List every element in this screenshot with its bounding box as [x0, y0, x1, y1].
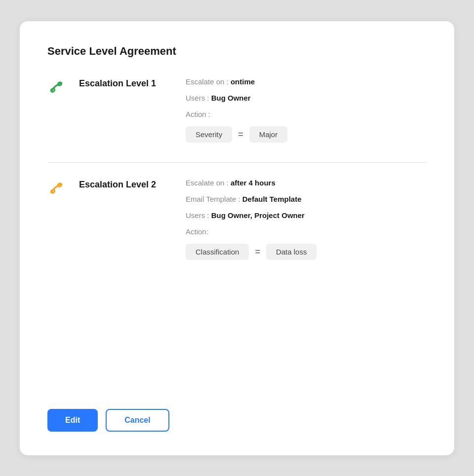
- escalation-level-2-icon: [47, 180, 67, 199]
- escalation-level-2-details: Escalate on : after 4 hours Email Templa…: [186, 179, 427, 260]
- escalation-level-1-action: Action :: [186, 110, 427, 118]
- escalation-level-1-left: Escalation Level 1: [47, 77, 186, 98]
- action-label-2: Action:: [186, 227, 208, 236]
- escalation-level-1-details: Escalate on : ontime Users : Bug Owner A…: [186, 77, 427, 143]
- escalation-level-2-condition: Classification = Data loss: [186, 244, 427, 260]
- email-template-label: Email Template :: [186, 195, 240, 203]
- section-divider: [47, 162, 427, 163]
- action-label-1: Action :: [186, 110, 210, 118]
- page-title: Service Level Agreement: [47, 45, 427, 58]
- condition-operator-2: =: [255, 247, 260, 257]
- condition-field-2: Classification: [186, 244, 249, 260]
- escalation-level-2-title: Escalation Level 2: [79, 179, 178, 190]
- escalation-level-1-block: Escalation Level 1 Escalate on : ontime …: [47, 77, 427, 143]
- escalation-level-2-escalate-on: Escalate on : after 4 hours: [186, 179, 427, 187]
- escalate-on-label: Escalate on :: [186, 77, 229, 86]
- escalation-level-2-left: Escalation Level 2: [47, 179, 186, 199]
- escalation-level-1-title: Escalation Level 1: [79, 77, 178, 89]
- users-value-1: Bug Owner: [211, 94, 251, 102]
- edit-button[interactable]: Edit: [47, 409, 98, 432]
- users-label-1: Users :: [186, 94, 209, 102]
- cancel-button[interactable]: Cancel: [106, 409, 169, 432]
- escalate-on-value-2: after 4 hours: [231, 179, 276, 187]
- condition-field-1: Severity: [186, 126, 232, 143]
- escalation-level-1-escalate-on: Escalate on : ontime: [186, 77, 427, 86]
- escalation-level-2-action: Action:: [186, 227, 427, 236]
- escalation-level-2-users: Users : Bug Owner, Project Owner: [186, 211, 427, 220]
- users-label-2: Users :: [186, 211, 209, 220]
- action-buttons: Edit Cancel: [47, 393, 427, 432]
- escalate-on-label-2: Escalate on :: [186, 179, 229, 187]
- escalation-level-2-email-template: Email Template : Default Template: [186, 195, 427, 203]
- condition-value-2: Data loss: [266, 244, 317, 260]
- sla-card: Service Level Agreement Escalation Level…: [20, 21, 454, 455]
- escalation-level-1-condition: Severity = Major: [186, 126, 427, 143]
- escalation-level-2-block: Escalation Level 2 Escalate on : after 4…: [47, 179, 427, 260]
- condition-value-1: Major: [249, 126, 288, 143]
- escalate-on-value: ontime: [231, 77, 255, 86]
- escalation-level-1-icon: [47, 78, 67, 98]
- email-template-value: Default Template: [242, 195, 302, 203]
- users-value-2: Bug Owner, Project Owner: [211, 211, 305, 220]
- condition-operator-1: =: [238, 129, 243, 140]
- escalation-level-1-users: Users : Bug Owner: [186, 94, 427, 102]
